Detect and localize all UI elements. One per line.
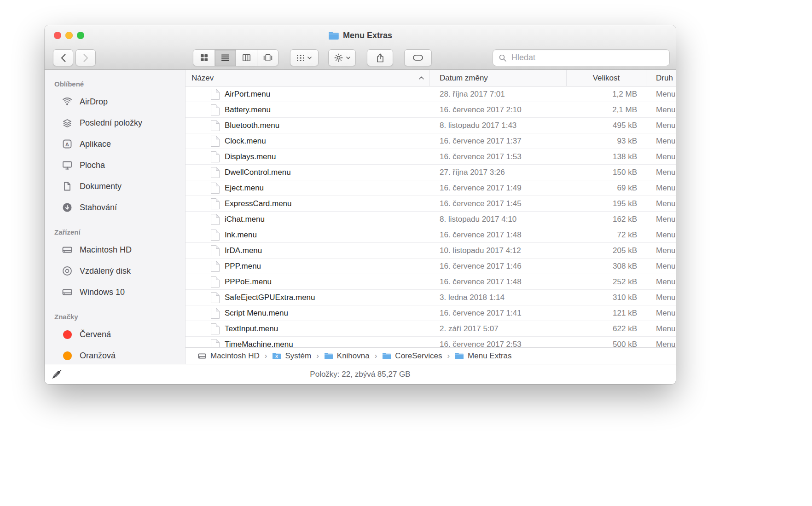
windows-drive-icon bbox=[61, 287, 73, 298]
svg-text:A: A bbox=[65, 142, 69, 147]
titlebar[interactable]: Menu Extras bbox=[45, 25, 676, 46]
sidebar-item-label: Stahování bbox=[80, 203, 117, 213]
column-header-velikost[interactable]: Velikost bbox=[567, 70, 646, 86]
file-name-cell: TextInput.menu bbox=[186, 321, 430, 336]
table-row[interactable]: Ink.menu16. července 2017 1:4872 kBMenu bbox=[186, 227, 676, 243]
view-mode-list[interactable] bbox=[215, 50, 236, 66]
share-button[interactable] bbox=[367, 49, 393, 66]
status-bar: Položky: 22, zbývá 85,27 GB bbox=[45, 364, 676, 384]
gear-icon bbox=[334, 53, 343, 62]
view-mode-segmented-control bbox=[193, 49, 278, 66]
file-name-cell: Displays.menu bbox=[186, 149, 430, 164]
path-item-label: Menu Extras bbox=[468, 351, 511, 361]
column-header-label: Velikost bbox=[593, 74, 620, 83]
chevron-right-icon: › bbox=[265, 351, 267, 361]
file-name-cell: SafeEjectGPUExtra.menu bbox=[186, 290, 430, 305]
chevron-right-icon: › bbox=[316, 351, 319, 361]
file-size-cell: 310 kB bbox=[567, 290, 646, 305]
table-row[interactable]: PPPoE.menu16. července 2017 1:48252 kBMe… bbox=[186, 274, 676, 290]
tags-button[interactable] bbox=[404, 49, 432, 66]
action-menu-button[interactable] bbox=[328, 49, 356, 66]
share-icon bbox=[377, 53, 384, 63]
table-row[interactable]: TimeMachine.menu16. července 2017 2:5350… bbox=[186, 337, 676, 347]
sidebar-item-oran-ov[interactable]: Oranžová bbox=[45, 345, 185, 364]
file-date-cell: 27. října 2017 3:26 bbox=[430, 165, 567, 180]
view-mode-columns[interactable] bbox=[236, 50, 257, 66]
sort-asc-icon bbox=[419, 76, 424, 80]
airdrop-icon bbox=[61, 96, 73, 107]
path-item-menu-extras[interactable]: Menu Extras bbox=[455, 351, 511, 361]
sidebar-item-aplikace[interactable]: AAplikace bbox=[45, 133, 185, 155]
sidebar-item-dokumenty[interactable]: Dokumenty bbox=[45, 176, 185, 197]
file-name: Battery.menu bbox=[225, 105, 271, 115]
sidebar-item-vzd-len-disk[interactable]: Vzdálený disk bbox=[45, 260, 185, 282]
table-row[interactable]: Clock.menu16. července 2017 1:3793 kBMen… bbox=[186, 133, 676, 149]
file-kind-cell: Menu bbox=[646, 212, 676, 227]
sidebar-item-plocha[interactable]: Plocha bbox=[45, 155, 185, 176]
sidebar-item-posledn-polo-ky[interactable]: Poslední položky bbox=[45, 112, 185, 133]
sidebar-item-windows-10[interactable]: Windows 10 bbox=[45, 282, 185, 303]
table-row[interactable]: ExpressCard.menu16. července 2017 1:4519… bbox=[186, 196, 676, 212]
minimize-button[interactable] bbox=[65, 32, 73, 39]
red-tag-icon bbox=[61, 330, 73, 339]
search-field[interactable] bbox=[493, 49, 670, 66]
document-file-icon bbox=[210, 151, 220, 163]
zoom-button[interactable] bbox=[77, 32, 84, 39]
group-by-button[interactable] bbox=[290, 49, 319, 66]
table-row[interactable]: Bluetooth.menu8. listopadu 2017 1:43495 … bbox=[186, 118, 676, 133]
file-size-cell: 622 kB bbox=[567, 321, 646, 336]
sidebar-item-macintosh-hd[interactable]: Macintosh HD bbox=[45, 239, 185, 260]
back-button[interactable] bbox=[53, 49, 73, 66]
column-header-datum-zm-ny[interactable]: Datum změny bbox=[430, 70, 567, 86]
document-file-icon bbox=[210, 213, 220, 225]
table-row[interactable]: DwellControl.menu27. října 2017 3:26150 … bbox=[186, 165, 676, 180]
sidebar-item-erven[interactable]: Červená bbox=[45, 324, 185, 345]
window-chrome: Menu Extras bbox=[45, 25, 676, 70]
path-item-knihovna[interactable]: Knihovna bbox=[324, 351, 370, 361]
table-row[interactable]: Battery.menu16. července 2017 2:102,1 MB… bbox=[186, 102, 676, 118]
file-size-cell: 69 kB bbox=[567, 180, 646, 196]
table-row[interactable]: SafeEjectGPUExtra.menu3. ledna 2018 1:14… bbox=[186, 290, 676, 305]
file-name: ExpressCard.menu bbox=[225, 199, 292, 208]
search-input[interactable] bbox=[510, 52, 663, 63]
sidebar-item-airdrop[interactable]: AirDrop bbox=[45, 91, 185, 112]
recents-icon bbox=[61, 117, 73, 128]
column-header-n-zev[interactable]: Název bbox=[186, 70, 430, 86]
file-name: iChat.menu bbox=[225, 215, 265, 224]
view-mode-coverflow[interactable] bbox=[257, 50, 278, 66]
table-row[interactable]: Displays.menu16. července 2017 1:53138 k… bbox=[186, 149, 676, 165]
file-name-cell: DwellControl.menu bbox=[186, 165, 430, 180]
path-item-syst-m[interactable]: XSystém bbox=[272, 351, 311, 361]
file-date-cell: 2. září 2017 5:07 bbox=[430, 321, 567, 336]
file-size-cell: 121 kB bbox=[567, 305, 646, 321]
table-row[interactable]: Eject.menu16. července 2017 1:4969 kBMen… bbox=[186, 180, 676, 196]
file-name: DwellControl.menu bbox=[225, 168, 291, 177]
folder-small-icon bbox=[455, 352, 464, 359]
sidebar-item-stahov-n[interactable]: Stahování bbox=[45, 197, 185, 218]
back-chevron-icon bbox=[61, 54, 66, 62]
file-name-cell: ExpressCard.menu bbox=[186, 196, 430, 211]
view-mode-icons[interactable] bbox=[193, 50, 215, 66]
document-file-icon bbox=[210, 135, 220, 147]
file-date-cell: 16. července 2017 1:41 bbox=[430, 305, 567, 321]
file-kind-cell: Menu bbox=[646, 337, 676, 347]
table-row[interactable]: iChat.menu8. listopadu 2017 4:10162 kBMe… bbox=[186, 212, 676, 227]
file-kind-cell: Menu bbox=[646, 86, 676, 102]
column-header-druh[interactable]: Druh bbox=[646, 70, 676, 86]
table-row[interactable]: AirPort.menu28. října 2017 7:011,2 MBMen… bbox=[186, 86, 676, 102]
icon-view-icon bbox=[200, 54, 208, 62]
table-row[interactable]: PPP.menu16. července 2017 1:46308 kBMenu bbox=[186, 259, 676, 274]
path-item-coreservices[interactable]: CoreServices bbox=[382, 351, 442, 361]
table-row[interactable]: TextInput.menu2. září 2017 5:07622 kBMen… bbox=[186, 321, 676, 337]
path-item-macintosh-hd[interactable]: Macintosh HD bbox=[197, 351, 260, 361]
table-row[interactable]: IrDA.menu10. listopadu 2017 4:12205 kBMe… bbox=[186, 243, 676, 259]
sidebar-section-title: Značky bbox=[45, 309, 185, 324]
file-size-cell: 500 kB bbox=[567, 337, 646, 347]
table-row[interactable]: Script Menu.menu16. července 2017 1:4112… bbox=[186, 305, 676, 321]
group-by-icon bbox=[297, 55, 304, 61]
document-file-icon bbox=[210, 276, 220, 288]
close-button[interactable] bbox=[54, 32, 61, 39]
sidebar-item-label: Dokumenty bbox=[80, 182, 122, 191]
system-folder-icon: X bbox=[272, 352, 281, 359]
forward-button[interactable] bbox=[75, 49, 96, 66]
